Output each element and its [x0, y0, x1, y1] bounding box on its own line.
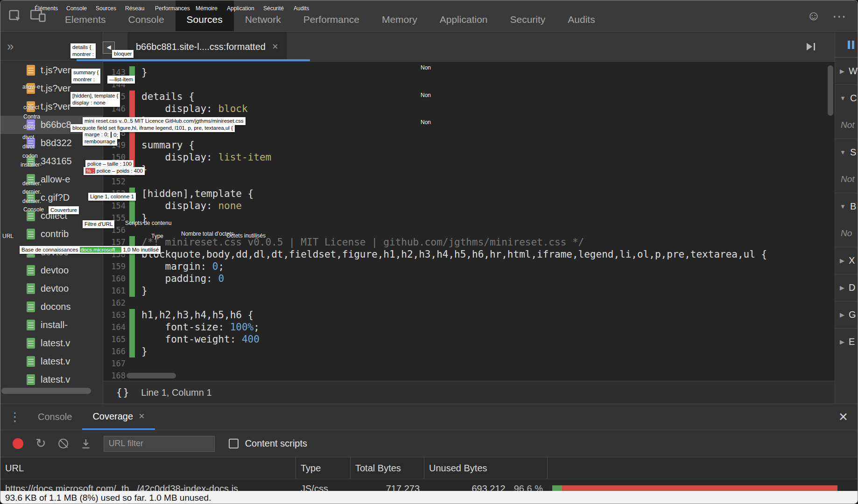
line-number[interactable]: 159 [103, 260, 129, 273]
line-number[interactable]: 168 [103, 370, 129, 381]
line-number[interactable]: 161 [103, 285, 129, 297]
file-item-0[interactable]: t.js?ver [0, 61, 103, 79]
file-item-12[interactable]: devtoo [0, 280, 103, 298]
tab-console[interactable]: Console [117, 0, 176, 31]
file-item-11[interactable]: devtoo [0, 261, 103, 280]
clear-icon[interactable] [58, 439, 68, 448]
export-download-icon[interactable] [80, 438, 91, 449]
line-number[interactable]: 146 [103, 103, 129, 115]
sidebar-section-event-listener-breakpoints[interactable]: ▶E [835, 328, 858, 355]
file-item-13[interactable]: docons [0, 298, 103, 316]
file-item-9[interactable]: contrib [0, 225, 103, 243]
code-content[interactable]: } [141, 163, 148, 175]
code-content[interactable]: } [141, 212, 148, 224]
code-content[interactable]: blockquote,body,dd,dl,dt,fieldset,figure… [141, 248, 767, 260]
line-number[interactable]: 157 [103, 236, 129, 248]
column-header-total-bytes[interactable]: Total Bytes [351, 457, 424, 479]
file-item-8[interactable]: collect [0, 207, 103, 225]
line-number[interactable]: 148 [103, 127, 129, 139]
file-item-14[interactable]: install- [0, 316, 103, 334]
code-content[interactable]: summary { [141, 139, 195, 151]
tab-memory[interactable]: Memory [371, 0, 429, 31]
content-scripts-checkbox[interactable] [229, 439, 239, 448]
code-content[interactable]: h1,h2,h3,h4,h5,h6 { [141, 309, 253, 321]
line-number[interactable]: 145 [103, 91, 129, 103]
line-number[interactable]: 166 [103, 345, 129, 357]
sidebar-section-breakpoints[interactable]: ▼B [835, 193, 858, 220]
line-number[interactable]: 149 [103, 139, 129, 151]
code-content[interactable]: font-weight: 400 [141, 333, 260, 345]
line-number[interactable]: 151 [103, 163, 129, 175]
line-number[interactable]: 153 [103, 188, 129, 200]
line-number[interactable]: 152 [103, 175, 129, 188]
url-filter-input[interactable] [104, 436, 215, 452]
reload-icon[interactable]: ↻ [35, 437, 46, 450]
drawer-close-button[interactable]: ✕ [838, 404, 848, 430]
file-item-16[interactable]: latest.v [0, 352, 103, 371]
line-number[interactable]: 162 [103, 297, 129, 309]
code-content[interactable]: display: list-item [141, 151, 271, 163]
sidebar-section-dom-breakpoints[interactable]: ▶D [835, 274, 858, 301]
tab-elements[interactable]: Elements [54, 0, 117, 31]
column-header-unused-bytes[interactable]: Unused Bytes [424, 457, 548, 479]
drawer-tab-coverage[interactable]: Coverage × [82, 404, 155, 430]
sidebar-section-scope[interactable]: ▼S [835, 139, 858, 166]
tab-application[interactable]: Application [429, 0, 499, 31]
code-content[interactable]: /*! minireset.css v0.0.5 | MIT License |… [141, 236, 584, 248]
column-header-url[interactable]: URL [0, 457, 296, 479]
tab-performance[interactable]: Performance [292, 0, 371, 31]
drawer-menu-icon[interactable]: ⋮ [0, 404, 28, 430]
file-item-1[interactable]: t.js?ver [0, 79, 103, 98]
sidebar-section-global-listeners[interactable]: ▶G [835, 301, 858, 328]
tab-network[interactable]: Network [234, 0, 292, 31]
file-item-17[interactable]: latest.v [0, 371, 103, 389]
file-item-15[interactable]: latest.v [0, 334, 103, 352]
line-number[interactable]: 143 [103, 66, 129, 78]
tab-close-icon[interactable]: × [272, 42, 278, 52]
editor-tab-css-formatted[interactable]: b66bc881.site-l....css:formatted × [127, 32, 287, 61]
scrollbar-thumb[interactable] [1, 388, 91, 394]
code-content[interactable]: [hidden],template { [141, 188, 253, 200]
file-item-4[interactable]: b8d322 [0, 134, 103, 152]
line-number[interactable]: 158 [103, 248, 129, 260]
file-item-7[interactable]: c.gif?D [0, 189, 103, 207]
inspect-icon[interactable] [8, 9, 22, 23]
pretty-print-icon[interactable]: {} [116, 387, 130, 398]
drawer-tab-console[interactable]: Console [28, 404, 82, 430]
line-number[interactable]: 155 [103, 212, 129, 224]
code-content[interactable]: font-size: 100%; [141, 321, 260, 333]
scrollbar-thumb[interactable] [828, 65, 833, 116]
tab-security[interactable]: Security [499, 0, 556, 31]
play-panel-icon[interactable] [807, 43, 815, 50]
coverage-record-button[interactable] [13, 438, 23, 449]
sidebar-section-watch[interactable]: ▶W [835, 57, 858, 84]
line-number[interactable]: 156 [103, 224, 129, 236]
column-header-type[interactable]: Type [296, 457, 351, 479]
file-item-2[interactable]: t.js?ver [0, 98, 103, 116]
tab-sources[interactable]: Sources [176, 0, 234, 31]
line-number[interactable]: 144 [103, 78, 129, 91]
pause-script-icon[interactable] [848, 41, 854, 49]
device-toolbar-icon[interactable] [30, 9, 46, 23]
code-content[interactable]: display: block [141, 103, 248, 115]
more-menu-icon[interactable]: ⋯ [832, 8, 847, 24]
scrollbar-thumb[interactable] [127, 373, 176, 378]
tab-audits[interactable]: Audits [556, 0, 606, 31]
line-number[interactable]: 154 [103, 200, 129, 212]
sidebar-section-call-stack[interactable]: ▼C [835, 84, 858, 112]
code-content[interactable]: } [141, 115, 148, 127]
line-number[interactable]: 147 [103, 115, 129, 127]
coverage-row[interactable]: https://docs.microsoft.com/..th.../42c0d… [0, 479, 858, 491]
feedback-icon[interactable]: ☺ [807, 8, 820, 23]
line-number[interactable]: 150 [103, 151, 129, 163]
file-item-10[interactable]: devtoo [0, 243, 103, 261]
line-number[interactable]: 167 [103, 357, 129, 370]
code-content[interactable]: } [141, 66, 148, 78]
sidebar-section-xhr-breakpoints[interactable]: ▶X [835, 247, 858, 274]
line-number[interactable]: 164 [103, 321, 129, 333]
file-item-6[interactable]: allow-e [0, 170, 103, 189]
line-number[interactable]: 165 [103, 333, 129, 345]
code-content[interactable]: details { [141, 91, 195, 103]
code-content[interactable]: } [141, 345, 148, 357]
more-tabs-chevron-icon[interactable]: » [7, 39, 14, 54]
